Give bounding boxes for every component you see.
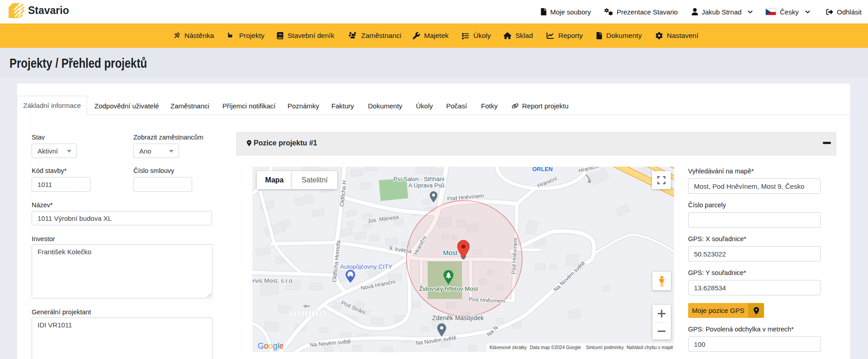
svg-text:Klávesové zkratky: Klávesové zkratky [490, 345, 527, 350]
svg-text:Google: Google [258, 341, 284, 350]
svg-text:Židovský hřbitov Most: Židovský hřbitov Most [419, 285, 478, 292]
svg-text:Zdeněk Masojídek: Zdeněk Masojídek [432, 314, 484, 322]
svg-text:Smluvní podmínky: Smluvní podmínky [586, 345, 624, 350]
svg-text:ervis Most, s.r.o: ervis Most, s.r.o [252, 277, 292, 284]
svg-text:Most: Most [443, 249, 458, 256]
svg-text:ORLEN: ORLEN [532, 167, 553, 173]
svg-text:Nahlásit chybu v mapě: Nahlásit chybu v mapě [627, 345, 673, 350]
svg-text:Autopůjčovny CITY: Autopůjčovny CITY [340, 263, 392, 270]
svg-text:A Úprava Psů: A Úprava Psů [409, 182, 445, 189]
svg-text:Data map ©2024 Google: Data map ©2024 Google [530, 345, 581, 350]
svg-text:Psí Salon - Stříhání: Psí Salon - Stříhání [393, 176, 444, 182]
